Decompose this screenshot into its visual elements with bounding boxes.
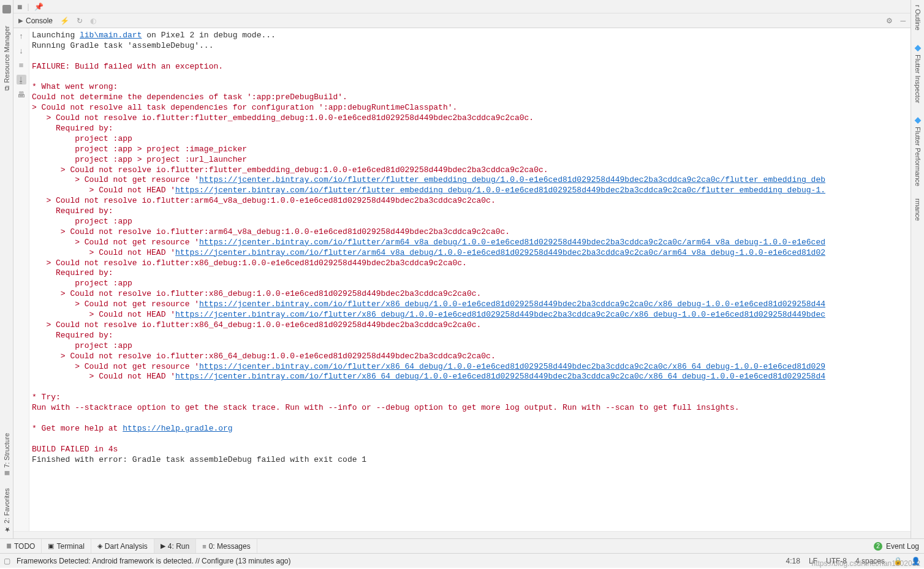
status-message[interactable]: Frameworks Detected: Android framework i… [17,557,291,565]
error-text: project :app [32,134,132,143]
flutter-attach-icon[interactable]: ◐ [90,17,96,25]
caret-position[interactable]: 4:18 [786,557,800,565]
run-arrow-icon: ▶ [18,17,23,24]
error-text: Required by: [32,268,113,277]
console-output[interactable]: Launching lib\main.dart on Pixel 2 in de… [29,28,911,531]
horizontal-scrollbar[interactable] [13,531,911,538]
console-tab[interactable]: ▶ Console [18,17,53,25]
rmance-tab[interactable]: rmance [914,198,922,221]
error-text: > Could not resolve io.flutter:arm64_v8a… [32,196,496,205]
main-dart-link[interactable]: lib\main.dart [80,31,142,40]
soft-wrap-icon[interactable]: ≡ [17,60,26,70]
flutter-icon: ◆ [913,115,922,124]
jcenter-link[interactable]: https://jcenter.bintray.com/io/flutter/f… [175,186,825,195]
flutter-performance-label: Flutter Performance [914,127,922,186]
flutter-inspector-label: Flutter Inspector [914,55,922,103]
help-text: * Get more help at [32,424,123,433]
console-text: Launching [32,31,80,40]
error-text: project :app > project :url_launcher [32,155,247,164]
favorites-icon: ★ [2,526,10,533]
error-text: project :app [32,279,132,288]
terminal-icon: ▣ [48,542,54,550]
jcenter-link[interactable]: https://jcenter.bintray.com/io/flutter/x… [175,310,825,319]
error-text: > Could not resolve io.flutter:x86_64_de… [32,320,481,330]
dart-analysis-tab[interactable]: ◈Dart Analysis [91,539,154,553]
bottom-tool-tabs: ≣TODO ▣Terminal ◈Dart Analysis ▶4: Run ≡… [0,538,924,553]
console-gutter: ↑ ↓ ≡ ⭳ 🖶 [13,28,29,531]
dart-icon: ◈ [97,542,102,550]
favorites-tab[interactable]: ★2: Favorites [2,488,10,533]
flutter-icon: ◆ [913,43,922,52]
jcenter-link[interactable]: https://jcenter.bintray.com/io/flutter/x… [175,372,825,381]
scroll-down-icon[interactable]: ↓ [17,45,26,55]
console-tool-header: ▶ Console ⚡ ↻ ◐ ⚙ ─ [13,13,911,28]
favorites-label: 2: Favorites [3,488,10,523]
pin-icon[interactable]: 📌 [34,2,44,11]
outline-label: r Outline [914,5,922,31]
error-text: > Could not get resource ' [32,175,199,184]
error-text: > Could not HEAD ' [32,372,175,381]
print-icon[interactable]: 🖶 [17,89,26,99]
gradle-help-link[interactable]: https://help.gradle.org [123,424,232,433]
terminal-label: Terminal [56,542,84,551]
flutter-performance-tab[interactable]: ◆Flutter Performance [913,115,922,186]
flutter-inspector-tab[interactable]: ◆Flutter Inspector [913,43,922,103]
messages-label: 0: Messages [209,542,251,551]
error-text: > Could not resolve io.flutter:flutter_e… [32,113,534,122]
status-bar: ▢ Frameworks Detected: Android framework… [0,553,924,568]
messages-icon: ≡ [202,543,206,550]
top-strip: ■ | 📌 [13,0,911,13]
error-text: > Could not resolve io.flutter:arm64_v8a… [32,227,510,236]
error-text: Could not determine the dependencies of … [32,92,347,102]
error-text: > Could not HEAD ' [32,248,175,257]
jcenter-link[interactable]: https://jcenter.bintray.com/io/flutter/a… [175,248,825,257]
event-log-tab[interactable]: Event Log [886,542,919,551]
error-text: > Could not HEAD ' [32,186,175,195]
hot-reload-icon[interactable]: ⚡ [60,17,69,25]
todo-label: TODO [14,542,35,551]
scroll-to-end-icon[interactable]: ⭳ [17,75,26,85]
structure-icon: ≣ [2,470,10,476]
rmance-label: rmance [914,198,922,221]
console-text: on Pixel 2 in debug mode... [142,31,275,40]
try-body-text: Run with --stacktrace option to get the … [32,403,740,412]
stop-icon[interactable]: ■ [17,2,22,12]
outline-tab[interactable]: r Outline [914,5,922,31]
error-text: > Could not HEAD ' [32,310,175,319]
scroll-up-icon[interactable]: ↑ [17,31,26,40]
resource-manager-label: Resource Manager [3,26,10,83]
failure-text: FAILURE: Build failed with an exception. [32,62,223,71]
error-text: > Could not resolve io.flutter:flutter_e… [32,165,548,175]
build-failed-text: BUILD FAILED in 4s [32,445,118,454]
jcenter-link[interactable]: https://jcenter.bintray.com/io/flutter/f… [199,175,825,184]
resource-manager-tab[interactable]: ⧉Resource Manager [3,26,10,91]
todo-icon: ≣ [6,542,12,550]
messages-tab[interactable]: ≡0: Messages [196,539,257,553]
error-text: Required by: [32,124,113,133]
what-wrong-text: * What went wrong: [32,82,118,91]
error-text: > Could not get resource ' [32,238,199,247]
jcenter-link[interactable]: https://jcenter.bintray.com/io/flutter/x… [199,362,825,371]
settings-icon[interactable]: ⚙ [886,17,893,25]
error-text: project :app [32,341,132,350]
status-bar-icon[interactable]: ▢ [4,557,10,565]
event-log-badge: 2 [874,542,882,551]
separator: | [27,2,29,11]
error-text: > Could not resolve io.flutter:x86_debug… [32,258,467,268]
watermark: https://blog.csdn.net/han1202012 [812,559,920,568]
error-text: project :app > project :image_picker [32,145,247,154]
todo-tab[interactable]: ≣TODO [0,539,42,553]
main-column: ■ | 📌 ▶ Console ⚡ ↻ ◐ ⚙ ─ ↑ ↓ ≡ ⭳ 🖶 [13,0,911,538]
dart-analysis-label: Dart Analysis [105,542,148,551]
error-text: Required by: [32,331,113,340]
restart-icon[interactable]: ↻ [77,17,83,25]
right-tool-rail: r Outline ◆Flutter Inspector ◆Flutter Pe… [911,0,924,538]
project-tool-icon[interactable] [2,5,11,13]
jcenter-link[interactable]: https://jcenter.bintray.com/io/flutter/x… [199,300,825,309]
hide-panel-icon[interactable]: ─ [900,17,906,25]
console-tab-label: Console [26,17,53,25]
run-tab[interactable]: ▶4: Run [154,539,196,553]
terminal-tab[interactable]: ▣Terminal [42,539,91,553]
jcenter-link[interactable]: https://jcenter.bintray.com/io/flutter/a… [199,238,825,247]
structure-tab[interactable]: ≣7: Structure [2,433,10,476]
